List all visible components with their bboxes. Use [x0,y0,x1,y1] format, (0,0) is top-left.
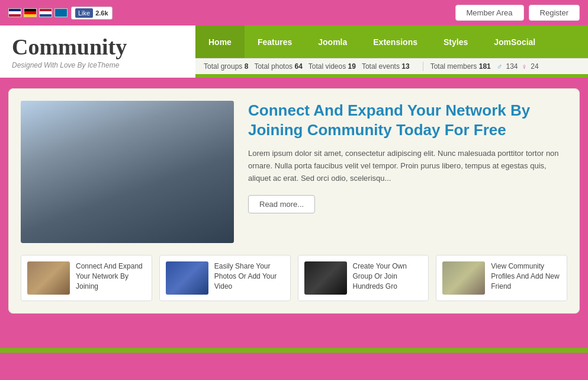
nav-item-features[interactable]: Features [245,25,305,58]
top-right-buttons: Member Area Register [455,5,580,21]
header: Community Designed With Love By IceTheme… [0,25,588,78]
stat-photos-val: 64 [294,62,302,71]
hero-text: Connect And Expand Your Network By Joini… [248,101,567,243]
top-left-area: Like 2.6k [8,7,113,20]
stat-videos: Total videos 19 [309,62,356,71]
bottom-pink-section [0,324,588,348]
flag-de[interactable] [24,8,37,17]
logo-area: Community Designed With Love By IceTheme [0,25,195,78]
bottom-green-strip [0,348,588,353]
stat-videos-val: 19 [348,62,356,71]
stat-events-label: Total events [362,62,400,71]
feature-card-1: Connect And Expand Your Network By Joini… [21,255,152,301]
main-nav: Home Features Joomla Extensions Styles J… [195,25,588,58]
feature-card-4: View Community Profiles And Add New Frie… [436,255,567,301]
hero-description: Lorem ipsum dolor sit amet, consectetur … [248,148,567,184]
stats-bar: Total groups 8 Total photos 64 Total vid… [195,58,588,74]
card-text-3: Create Your Own Group Or Join Hundreds G… [353,261,423,291]
nav-item-joomla[interactable]: Joomla [305,25,360,58]
register-button[interactable]: Register [529,5,580,21]
stat-groups-label: Total groups [204,62,242,71]
card-thumb-1 [27,261,70,295]
stat-members-val: 181 [479,62,491,71]
hero-image-people [21,101,234,243]
facebook-like-button[interactable]: Like [75,8,93,18]
stat-gender: ♂ 134 ♀ 24 [497,62,539,71]
top-bar: Like 2.6k Member Area Register [0,0,588,25]
card-thumb-4 [442,261,485,295]
male-icon: ♂ [497,62,503,71]
feature-cards: Connect And Expand Your Network By Joini… [21,255,567,301]
card-text-1: Connect And Expand Your Network By Joini… [76,261,146,291]
hero-section: Connect And Expand Your Network By Joini… [21,101,567,243]
hero-image [21,101,234,243]
stat-members-label: Total members [430,62,477,71]
flag-uk[interactable] [8,8,21,17]
nav-item-styles[interactable]: Styles [430,25,481,58]
facebook-like-box: Like 2.6k [71,7,113,20]
content-box: Connect And Expand Your Network By Joini… [8,88,580,314]
card-text-2: Easily Share Your Photos Or Add Your Vid… [214,261,284,291]
nav-item-jomsocial[interactable]: JomSocial [481,25,548,58]
flag-nl[interactable] [39,8,52,17]
stat-photos-label: Total photos [254,62,293,71]
female-count: 24 [531,62,538,71]
stat-videos-label: Total videos [309,62,346,71]
stat-groups-val: 8 [245,62,249,71]
feature-card-3: Create Your Own Group Or Join Hundreds G… [298,255,429,301]
flag-se[interactable] [54,8,68,17]
stat-events-val: 13 [401,62,409,71]
card-thumb-3 [304,261,347,295]
hero-heading: Connect And Expand Your Network By Joini… [248,101,567,139]
site-title: Community [12,34,184,60]
female-icon: ♀ [522,62,528,71]
stat-photos: Total photos 64 [254,62,302,71]
card-text-4: View Community Profiles And Add New Frie… [491,261,561,291]
site-subtitle: Designed With Love By IceTheme [12,61,184,69]
language-flags [8,8,68,17]
card-thumb-2 [166,261,208,295]
nav-item-home[interactable]: Home [195,25,245,58]
nav-item-extensions[interactable]: Extensions [360,25,430,58]
facebook-count: 2.6k [95,9,108,17]
main-wrapper: Connect And Expand Your Network By Joini… [0,78,588,324]
stat-divider [423,62,423,71]
feature-card-2: Easily Share Your Photos Or Add Your Vid… [159,255,291,301]
stat-groups: Total groups 8 [204,62,248,71]
read-more-button[interactable]: Read more... [248,195,315,213]
member-area-button[interactable]: Member Area [455,5,524,21]
stat-members: Total members 181 [430,62,491,71]
stat-events: Total events 13 [362,62,410,71]
male-count: 134 [506,62,518,71]
nav-bar: Home Features Joomla Extensions Styles J… [195,25,588,78]
